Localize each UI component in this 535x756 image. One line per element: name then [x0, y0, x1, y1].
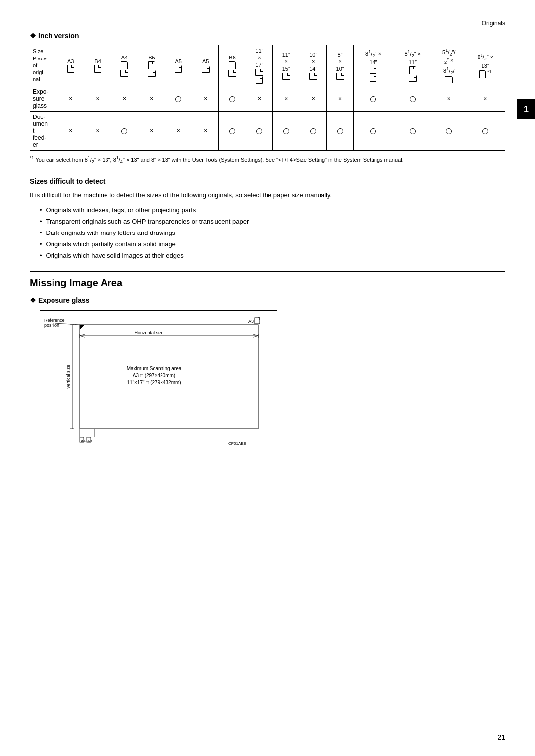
exp-8.5x13: × — [466, 86, 505, 112]
doc-10x14 — [300, 112, 326, 151]
inch-version-title: ❖ Inch version — [30, 32, 505, 40]
list-item: Originals which partially contain a soli… — [40, 239, 505, 250]
doc-b5: × — [138, 112, 165, 151]
svg-line-11 — [253, 336, 258, 337]
exp-8.5x11 — [393, 86, 432, 112]
doc-a3: × — [57, 112, 84, 151]
svg-text:A3: A3 — [248, 319, 254, 324]
sizes-body-text: It is difficult for the machine to detec… — [30, 190, 505, 201]
doc-11x15 — [273, 112, 300, 151]
page-header: Originals — [30, 20, 505, 27]
missing-image-area-section: Missing Image Area ❖ Exposure glass Refe… — [30, 271, 505, 449]
missing-image-title: Missing Image Area — [30, 277, 505, 289]
footnote: *1 You can select from 81/2" × 13", 81/4… — [30, 155, 505, 166]
exposure-label: Expo-sureglass — [30, 86, 57, 112]
svg-text:Vertical size: Vertical size — [66, 365, 71, 389]
exp-b6 — [219, 86, 246, 112]
list-item: Dark originals with many letters and dra… — [40, 228, 505, 238]
svg-line-8 — [80, 334, 85, 336]
doc-b6 — [219, 112, 246, 151]
col-10x14: 10″×14″ — [300, 45, 326, 86]
col-b5: B5 — [138, 45, 165, 86]
svg-text:CP01AEE: CP01AEE — [228, 441, 246, 446]
exp-a4: × — [111, 86, 138, 112]
sizes-difficult-section: Sizes difficult to detect It is difficul… — [30, 174, 505, 261]
exp-10x14: × — [300, 86, 326, 112]
svg-text:position: position — [44, 323, 59, 328]
table-docfeed-row: Doc-umentfeed-er × × × × × — [30, 112, 505, 151]
exp-b5: × — [138, 86, 165, 112]
table-header-row: SizePlaceoforigi-nal A3 B4 A4 B5 A5 A5 B… — [30, 45, 505, 86]
doc-8.5x11 — [393, 112, 432, 151]
exp-8.5x14 — [354, 86, 393, 112]
svg-text:A3 □ (297×420mm): A3 □ (297×420mm) — [133, 373, 175, 378]
col-b6: B6 — [219, 45, 246, 86]
footnote-number: *1 — [30, 155, 34, 160]
svg-text:A3: A3 — [87, 439, 92, 443]
section-tab: 1 — [517, 99, 535, 119]
exp-11x15: × — [273, 86, 300, 112]
exp-8x10: × — [326, 86, 353, 112]
svg-marker-1 — [80, 325, 85, 330]
col-8.5x14: 81/2″ ×14″ — [354, 45, 393, 86]
exposure-glass-title: ❖ Exposure glass — [30, 296, 505, 304]
svg-text:11"×17" □ (279×432mm): 11"×17" □ (279×432mm) — [127, 380, 181, 385]
footnote-text: You can select from 81/2" × 13", 81/4" ×… — [35, 157, 403, 163]
diamond-icon: ❖ — [30, 32, 36, 40]
table-size-label: SizePlaceoforigi-nal — [30, 45, 57, 86]
diamond-icon-2: ❖ — [30, 296, 36, 304]
list-item: Transparent originals such as OHP transp… — [40, 217, 505, 227]
doc-8.5x14 — [354, 112, 393, 151]
svg-rect-18 — [255, 318, 260, 324]
exp-11x17: × — [246, 86, 272, 112]
sizes-bullet-list: Originals with indexes, tags, or other p… — [30, 205, 505, 261]
doc-a5l: × — [192, 112, 218, 151]
inch-version-section: ❖ Inch version SizePlaceoforigi-nal A3 B… — [30, 32, 505, 166]
col-a3: A3 — [57, 45, 84, 86]
exp-a3: × — [57, 86, 84, 112]
diagram-container: Reference position Horizontal size Verti… — [40, 310, 277, 449]
col-11x15: 11″×15″ — [273, 45, 300, 86]
col-11x17: 11″×17″ — [246, 45, 272, 86]
doc-b4: × — [84, 112, 111, 151]
col-8.5x11: 81/2″ ×11″ — [393, 45, 432, 86]
sizes-difficult-title: Sizes difficult to detect — [30, 177, 505, 185]
page-number: 21 — [497, 733, 505, 741]
doc-8.5x13 — [466, 112, 505, 151]
list-item: Originals which have solid images at the… — [40, 251, 505, 261]
exp-a5p — [165, 86, 192, 112]
svg-text:Maximum Scanning area: Maximum Scanning area — [127, 366, 182, 371]
col-8x10: 8″×10″ — [326, 45, 353, 86]
exp-a5l: × — [192, 86, 218, 112]
col-b4: B4 — [84, 45, 111, 86]
svg-text:Horizontal size: Horizontal size — [134, 330, 163, 335]
col-8.5x13: 81/2″ ×13″ *1 — [466, 45, 505, 86]
inch-version-table: SizePlaceoforigi-nal A3 B4 A4 B5 A5 A5 B… — [30, 45, 505, 151]
svg-line-9 — [80, 336, 85, 337]
doc-a5p: × — [165, 112, 192, 151]
table-exposure-row: Expo-sureglass × × × × × × × × × × × — [30, 86, 505, 112]
col-a4: A4 — [111, 45, 138, 86]
col-a5-l: A5 — [192, 45, 218, 86]
exposure-diagram: Reference position Horizontal size Verti… — [40, 311, 278, 450]
svg-text:Reference: Reference — [44, 318, 65, 323]
doc-8x10 — [326, 112, 353, 151]
doc-5.5x8.5 — [432, 112, 466, 151]
header-label: Originals — [482, 20, 505, 27]
exp-5.5x8.5: × — [432, 86, 466, 112]
list-item: Originals with indexes, tags, or other p… — [40, 205, 505, 216]
docfeed-label: Doc-umentfeed-er — [30, 112, 57, 151]
svg-text:A4: A4 — [81, 439, 86, 443]
exp-b4: × — [84, 86, 111, 112]
col-5.5x8.5: 51/2″/2″ ×81/2/ — [432, 45, 466, 86]
col-a5-p: A5 — [165, 45, 192, 86]
doc-11x17 — [246, 112, 272, 151]
doc-a4 — [111, 112, 138, 151]
svg-line-10 — [253, 334, 258, 336]
